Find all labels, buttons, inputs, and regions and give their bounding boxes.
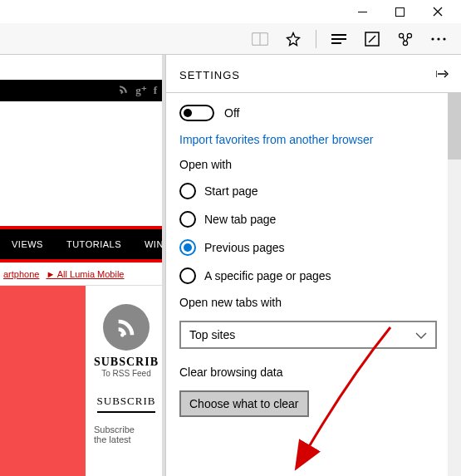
page-link[interactable]: ► All Lumia Mobile [46,269,124,279]
chevron-down-icon [415,328,427,341]
toolbar-separator [316,30,316,48]
radio-new-tab-page[interactable]: New tab page [179,211,432,228]
maximize-button[interactable] [381,0,419,23]
radio-label: A specific page or pages [204,269,331,282]
panel-scrollbar[interactable] [448,93,461,476]
clear-browsing-data-label: Clear browsing data [179,366,432,379]
subscribe-caption: To RSS Feed [94,369,159,378]
radio-previous-pages[interactable]: Previous pages [179,239,432,256]
rss-icon[interactable] [118,84,129,97]
settings-title: SETTINGS [179,69,240,81]
radio-label: Start page [204,184,258,198]
browser-toolbar [0,23,461,55]
page-red-block [0,286,86,476]
hub-icon[interactable] [325,25,353,53]
radio-specific-page[interactable]: A specific page or pages [179,267,432,284]
svg-point-15 [443,37,445,40]
window-controls [0,0,461,23]
nav-item[interactable]: TUTORIALS [55,239,133,249]
open-new-tabs-label: Open new tabs with [179,296,432,309]
open-with-label: Open with [179,158,432,171]
web-note-icon[interactable] [358,25,386,53]
subscribe-text: Subscribe the latest [94,424,159,444]
radio-start-page[interactable]: Start page [179,183,432,199]
page-link[interactable]: artphone [3,269,39,279]
svg-point-12 [403,41,407,45]
background-webpage: g⁺ f VIEWS TUTORIALS WIND artphone ► All… [0,55,162,476]
facebook-icon[interactable]: f [154,84,157,97]
page-subscribe-column: SUBSCRIB To RSS Feed SUBSCRIB Subscribe … [86,286,162,476]
theme-toggle-row: Off [179,105,432,121]
share-icon[interactable] [391,25,419,53]
settings-panel-body: Off Import favorites from another browse… [166,93,461,476]
scrollbar-thumb[interactable] [448,93,461,159]
page-nav: VIEWS TUTORIALS WIND [0,226,162,263]
choose-what-to-clear-button[interactable]: Choose what to clear [179,390,309,417]
pin-icon[interactable] [436,68,449,82]
favorites-star-icon[interactable] [279,25,307,53]
theme-toggle[interactable] [179,105,214,121]
radio-label: New tab page [204,213,276,226]
minimize-button[interactable] [344,0,381,23]
close-button[interactable] [419,0,456,23]
svg-point-14 [437,37,439,40]
radio-label: Previous pages [204,241,285,254]
reading-view-icon[interactable] [246,25,274,53]
import-favorites-link[interactable]: Import favorites from another browser [179,133,432,146]
svg-point-13 [431,37,434,40]
nav-item[interactable]: WIND [133,239,162,249]
more-icon[interactable] [424,25,453,53]
open-with-radio-group: Start page New tab page Previous pages A… [179,183,432,284]
page-link-strip: artphone ► All Lumia Mobile [0,263,162,286]
rss-circle-icon[interactable] [103,304,150,351]
toggle-state-label: Off [224,106,239,120]
dropdown-value: Top sites [189,328,235,341]
subscribe-section-2: SUBSCRIB [97,395,156,413]
svg-rect-1 [396,7,405,16]
settings-panel: SETTINGS Off Import favorites from anoth… [165,55,461,476]
open-new-tabs-dropdown[interactable]: Top sites [179,321,437,349]
page-social-bar: g⁺ f [0,80,162,101]
subscribe-title: SUBSCRIB [94,356,159,369]
nav-item[interactable]: VIEWS [0,239,55,249]
content-area: g⁺ f VIEWS TUTORIALS WIND artphone ► All… [0,55,461,476]
settings-panel-header: SETTINGS [166,55,461,93]
gplus-icon[interactable]: g⁺ [135,84,147,97]
